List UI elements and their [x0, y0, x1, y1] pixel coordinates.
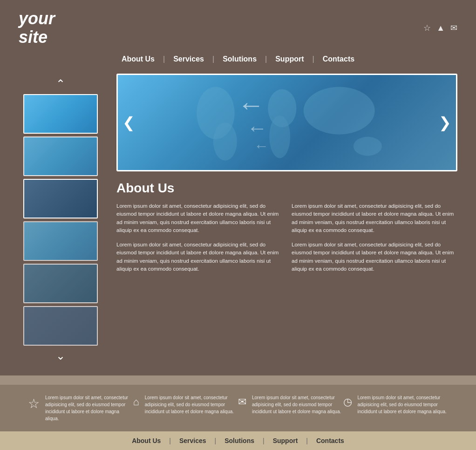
sidebar-panels [23, 94, 98, 346]
footer-col2-text: Lorem ipsum dolor sit amet, consectetur … [145, 394, 238, 415]
footer-nav-about-us[interactable]: About Us [123, 437, 169, 444]
slider: ← ← ← ❮ ❯ [116, 74, 457, 171]
footer-col1-text: Lorem ipsum dolor sit amet, consectetur … [45, 394, 133, 422]
slider-prev-button[interactable]: ❮ [122, 114, 135, 131]
big-arrow: ← [238, 93, 269, 117]
about-col1-p2: Lorem ipsum dolor sit amet, consectetur … [116, 241, 282, 273]
about-col1-p1: Lorem ipsum dolor sit amet, consectetur … [116, 202, 282, 234]
about-title: About Us [116, 181, 457, 196]
sidebar-panel-1[interactable] [23, 94, 98, 134]
svg-point-3 [269, 116, 290, 158]
sidebar-down-arrow[interactable]: ⌄ [56, 346, 65, 366]
svg-point-4 [304, 87, 375, 135]
middle-bar [0, 375, 476, 385]
footer-col4-text: Lorem ipsum dolor sit amet, consectetur … [358, 394, 449, 415]
header-icons: ☆ ▲ ✉ [423, 23, 457, 33]
footer-nav: About Us | Services | Solutions | Suppor… [0, 431, 476, 450]
footer-col-3: ✉ Lorem ipsum dolor sit amet, consectetu… [238, 394, 343, 422]
slider-inner: ← ← ← [118, 75, 456, 170]
footer-nav-contacts[interactable]: Contacts [308, 437, 353, 444]
home-icon[interactable]: ▲ [436, 23, 445, 33]
footer-col-2: ⌂ Lorem ipsum dolor sit amet, consectetu… [133, 394, 238, 422]
about-columns: Lorem ipsum dolor sit amet, consectetur … [116, 202, 457, 280]
sidebar-panel-3[interactable] [23, 179, 98, 218]
footer-nav-support[interactable]: Support [265, 437, 306, 444]
nav-solutions[interactable]: Solutions [214, 55, 265, 63]
footer-clock-icon: ◷ [343, 396, 352, 408]
content-area: ⌃ ⌄ [0, 69, 476, 375]
email-icon[interactable]: ✉ [450, 23, 457, 33]
logo-line2: site [19, 28, 55, 47]
svg-point-5 [354, 137, 382, 156]
footer-email-icon: ✉ [238, 396, 246, 408]
sidebar-panel-2[interactable] [23, 136, 98, 176]
main-nav: About Us | Services | Solutions | Suppor… [0, 51, 476, 69]
about-col2-p1: Lorem ipsum dolor sit amet, consectetur … [292, 202, 457, 234]
nav-support[interactable]: Support [267, 55, 312, 63]
mid-arrow: ← [247, 119, 269, 137]
footer-col-4: ◷ Lorem ipsum dolor sit amet, consectetu… [343, 394, 449, 422]
about-col2-p2: Lorem ipsum dolor sit amet, consectetur … [292, 241, 457, 273]
footer-nav-services[interactable]: Services [171, 437, 215, 444]
about-col-2: Lorem ipsum dolor sit amet, consectetur … [292, 202, 457, 280]
small-arrow: ← [254, 139, 269, 152]
nav-about-us[interactable]: About Us [113, 55, 163, 63]
header: your site ☆ ▲ ✉ [0, 0, 476, 51]
page-wrapper: your site ☆ ▲ ✉ About Us | Services | So… [0, 0, 476, 450]
logo: your site [19, 9, 55, 46]
sidebar: ⌃ ⌄ [19, 69, 102, 366]
sidebar-panel-5[interactable] [23, 264, 98, 303]
content-inner: ⌃ ⌄ [19, 69, 457, 366]
slider-arrows-group: ← ← ← [238, 93, 269, 153]
footer-star-icon: ☆ [28, 396, 40, 411]
logo-line1: your [19, 9, 55, 28]
sidebar-panel-4[interactable] [23, 221, 98, 261]
footer-home-icon: ⌂ [133, 396, 139, 408]
star-icon[interactable]: ☆ [423, 23, 431, 33]
nav-services[interactable]: Services [165, 55, 212, 63]
about-section: About Us Lorem ipsum dolor sit amet, con… [116, 181, 457, 280]
footer-nav-solutions[interactable]: Solutions [216, 437, 263, 444]
footer-info: ☆ Lorem ipsum dolor sit amet, consectetu… [0, 385, 476, 431]
main-content: ← ← ← ❮ ❯ About Us Lorem ipsum dolor sit… [116, 69, 457, 366]
svg-point-1 [213, 123, 237, 161]
sidebar-up-arrow[interactable]: ⌃ [56, 74, 65, 94]
footer-col3-text: Lorem ipsum dolor sit amet, consectetur … [252, 394, 343, 415]
about-col-1: Lorem ipsum dolor sit amet, consectetur … [116, 202, 282, 280]
nav-contacts[interactable]: Contacts [314, 55, 363, 63]
slider-next-button[interactable]: ❯ [439, 114, 451, 131]
sidebar-panel-6[interactable] [23, 306, 98, 346]
world-map [118, 75, 456, 170]
footer-col-1: ☆ Lorem ipsum dolor sit amet, consectetu… [28, 394, 133, 422]
